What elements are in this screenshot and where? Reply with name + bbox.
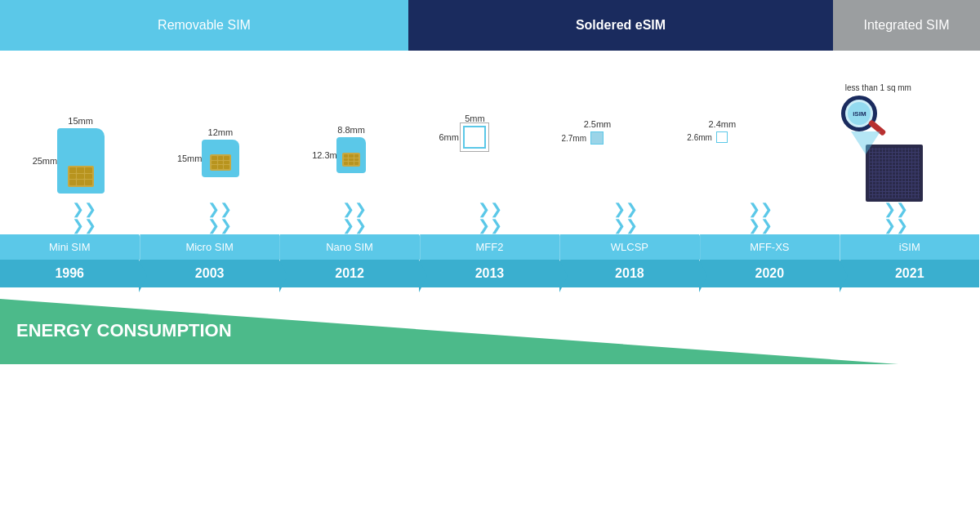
banner-soldered: Soldered eSIM	[408, 0, 833, 51]
mffxs-chip	[716, 131, 728, 143]
timeline-year-2012: 2012	[280, 260, 420, 287]
nano-width-label: 8.8mm	[337, 125, 365, 135]
micro-height-label: 15mm	[177, 154, 203, 163]
sim-item-nano: 8.8mm 12.3mm	[336, 125, 366, 173]
mini-chip	[68, 166, 94, 187]
sim-item-mini: 15mm 25mm	[57, 116, 105, 194]
header-banners: Removable SIM Soldered eSIM Integrated S…	[0, 0, 980, 51]
micro-width-label: 12mm	[208, 127, 234, 137]
timeline-year-2003: 2003	[140, 260, 279, 287]
timeline-name-mffxs: MFF-XS	[700, 234, 840, 260]
arrows-row: ❯❯❯❯ ❯❯❯❯ ❯❯❯❯ ❯❯❯❯ ❯❯❯❯ ❯❯❯❯ ❯❯❯❯	[0, 202, 980, 234]
timeline-years-row: 1996 2003 2012 2013 2018 2020 2021	[0, 260, 980, 287]
mff2-chip	[463, 126, 486, 149]
timeline-year-2013: 2013	[420, 260, 559, 287]
removable-label: Removable SIM	[158, 18, 251, 33]
arrow-mff2: ❯❯❯❯	[478, 202, 502, 234]
timeline: Mini SIM Micro SIM Nano SIM MFF2 WLCSP M…	[0, 234, 980, 287]
timeline-name-wlcsp: WLCSP	[560, 234, 700, 260]
isim-lens-inner: iSIM	[848, 102, 871, 125]
timeline-names-row: Mini SIM Micro SIM Nano SIM MFF2 WLCSP M…	[0, 234, 980, 260]
wlcsp-height-label: 2.7mm	[561, 134, 586, 143]
integrated-label: Integrated SIM	[864, 18, 950, 33]
mini-sim-card	[57, 128, 105, 194]
arrow-mffxs: ❯❯❯❯	[748, 202, 773, 234]
arrow-mini: ❯❯❯❯	[72, 202, 96, 234]
arrow-wlcsp: ❯❯❯❯	[613, 202, 638, 234]
isim-beam	[851, 131, 880, 154]
mffxs-height-label: 2.6mm	[687, 133, 712, 142]
arrow-micro: ❯❯❯❯	[207, 202, 232, 234]
sim-item-wlcsp: 2.5mm 2.7mm	[584, 119, 612, 145]
timeline-name-mini: Mini SIM	[0, 234, 140, 260]
soldered-label: Soldered eSIM	[576, 18, 666, 33]
nano-chip	[342, 153, 360, 167]
sim-item-mffxs: 2.4mm 2.6mm	[709, 119, 737, 143]
sim-item-mff2: 5mm 6mm	[463, 114, 486, 149]
banner-removable: Removable SIM	[0, 0, 408, 51]
sim-item-isim: less than 1 sq mm iSIM	[833, 83, 923, 202]
timeline-year-1996: 1996	[0, 260, 140, 287]
energy-label: ENERGY CONSUMPTION	[16, 320, 232, 341]
timeline-name-mff2: MFF2	[420, 234, 559, 260]
timeline-year-2021: 2021	[840, 260, 980, 287]
mffxs-width-label: 2.4mm	[709, 119, 737, 129]
timeline-name-micro: Micro SIM	[140, 234, 279, 260]
mini-width-label: 15mm	[68, 116, 93, 126]
sim-illustrations-row: 15mm 25mm 12mm 15mm	[0, 59, 980, 202]
arrow-isim: ❯❯❯❯	[884, 202, 908, 234]
banner-integrated: Integrated SIM	[833, 0, 980, 51]
sim-item-micro: 12mm 15mm	[202, 127, 239, 177]
micro-sim-card	[202, 140, 239, 177]
energy-section: ENERGY CONSUMPTION	[0, 291, 980, 364]
arrow-nano: ❯❯❯❯	[342, 202, 367, 234]
micro-chip	[210, 154, 231, 171]
wlcsp-width-label: 2.5mm	[584, 119, 612, 129]
isim-size-label: less than 1 sq mm	[845, 83, 911, 92]
timeline-name-isim: iSIM	[840, 234, 980, 260]
mff2-height-label: 6mm	[439, 132, 458, 142]
mini-height-label: 25mm	[33, 156, 58, 166]
nano-sim-card	[336, 137, 366, 173]
wlcsp-chip	[590, 131, 604, 145]
timeline-year-2020: 2020	[700, 260, 840, 287]
timeline-name-nano: Nano SIM	[280, 234, 420, 260]
timeline-year-2018: 2018	[560, 260, 700, 287]
isim-graphic: iSIM	[833, 96, 923, 202]
